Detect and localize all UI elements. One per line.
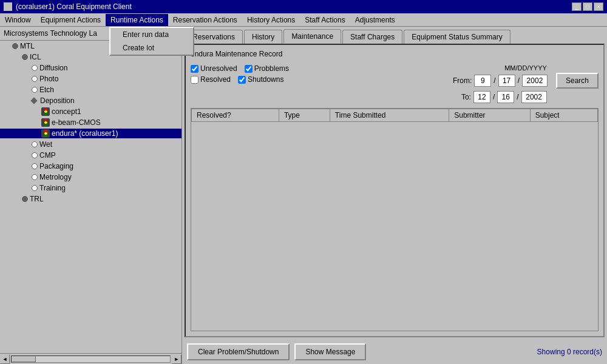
tree-metrology[interactable]: Metrology xyxy=(0,172,181,183)
tree-deposition[interactable]: Deposition xyxy=(0,95,181,106)
col-resolved: Resolved? xyxy=(192,109,279,122)
col-subject: Subject xyxy=(530,109,597,122)
clear-problem-shutdown-button[interactable]: Clear Problem/Shutdown xyxy=(187,343,290,360)
tab-staff-charges[interactable]: Staff Charges xyxy=(342,30,402,44)
menu-history-actions[interactable]: History Actions xyxy=(242,14,300,26)
menu-bar: Window Equipment Actions Runtime Actions… xyxy=(0,13,607,27)
packaging-icon xyxy=(32,163,38,169)
mtl-icon xyxy=(12,43,18,49)
trl-icon xyxy=(22,196,28,202)
date-filter: MM/DD/YYYY From: / / Search To: xyxy=(453,64,599,103)
trl-label: TRL xyxy=(30,195,44,203)
tab-bar: Reservations History Maintenance Staff C… xyxy=(182,27,607,44)
checkbox-unresolved[interactable]: Unresolved xyxy=(191,64,237,73)
tree-concept1[interactable]: concept1 xyxy=(0,106,181,117)
tree-endura[interactable]: endura* (coraluser1) xyxy=(0,128,181,139)
checkbox-resolved[interactable]: Resolved xyxy=(191,75,231,84)
problems-checkbox[interactable] xyxy=(245,65,253,73)
tab-history[interactable]: History xyxy=(244,30,282,44)
checkbox-shutdowns[interactable]: Shutdowns xyxy=(238,75,283,84)
main-container: Microsystems Technology La MTL ICL xyxy=(0,27,607,364)
search-button[interactable]: Search xyxy=(556,73,599,89)
maximize-button[interactable]: □ xyxy=(583,2,592,11)
tree-photo[interactable]: Photo xyxy=(0,73,181,84)
diffusion-icon xyxy=(32,65,38,71)
col-submitter: Submitter xyxy=(449,109,530,122)
left-panel-scrollbar[interactable]: ◄ ► xyxy=(0,353,181,364)
photo-label: Photo xyxy=(39,75,58,83)
dropdown-enter-run-data[interactable]: Enter run data xyxy=(110,28,193,41)
icl-icon xyxy=(22,54,28,60)
runtime-actions-dropdown: Enter run data Create lot xyxy=(109,27,194,56)
photo-icon xyxy=(32,76,38,82)
menu-runtime-actions[interactable]: Runtime Actions xyxy=(106,14,168,26)
minimize-button[interactable]: _ xyxy=(572,2,582,11)
menu-adjustments[interactable]: Adjustments xyxy=(350,14,400,26)
endura-label: endura* (coraluser1) xyxy=(52,129,118,138)
menu-staff-actions[interactable]: Staff Actions xyxy=(300,14,350,26)
window-title: (coraluser1) Coral Equipment Client xyxy=(16,2,132,11)
from-day-input[interactable] xyxy=(498,75,515,87)
tree-training[interactable]: Training xyxy=(0,183,181,194)
content-title: endura Maintenance Record xyxy=(191,50,599,58)
scroll-right-arrow[interactable]: ► xyxy=(172,354,181,364)
menu-window[interactable]: Window xyxy=(0,14,36,26)
metrology-icon xyxy=(32,174,38,180)
menu-equipment-actions[interactable]: Equipment Actions xyxy=(36,14,106,26)
scroll-left-arrow[interactable]: ◄ xyxy=(0,354,10,364)
to-day-input[interactable] xyxy=(497,91,514,103)
tree-wet[interactable]: Wet xyxy=(0,139,181,150)
show-message-button[interactable]: Show Message xyxy=(294,343,366,360)
concept1-traffic-icon xyxy=(41,107,50,116)
unresolved-checkbox[interactable] xyxy=(191,65,198,73)
col-time-submitted: Time Submitted xyxy=(330,109,449,122)
resolved-checkbox[interactable] xyxy=(191,76,198,84)
tree-e-beam-cmos[interactable]: e-beam-CMOS xyxy=(0,117,181,128)
tree-etch[interactable]: Etch xyxy=(0,84,181,95)
window-controls[interactable]: _ □ × xyxy=(572,2,603,11)
close-button[interactable]: × xyxy=(594,2,603,11)
filter-section: Unresolved Probblems Resolved xyxy=(191,64,599,103)
etch-icon xyxy=(32,87,38,93)
tree-trl[interactable]: TRL xyxy=(0,194,181,204)
icl-label: ICL xyxy=(30,53,41,61)
etch-label: Etch xyxy=(39,86,54,94)
wet-label: Wet xyxy=(39,140,52,149)
tree-packaging[interactable]: Packaging xyxy=(0,161,181,172)
title-bar: (coraluser1) Coral Equipment Client _ □ … xyxy=(0,0,607,13)
app-icon xyxy=(4,2,12,11)
to-month-input[interactable] xyxy=(473,91,490,103)
from-year-input[interactable] xyxy=(522,75,548,87)
tree-cmp[interactable]: CMP xyxy=(0,150,181,161)
concept1-label: concept1 xyxy=(52,107,81,116)
col-type: Type xyxy=(279,109,330,122)
right-panel: Reservations History Maintenance Staff C… xyxy=(182,27,607,364)
diffusion-label: Diffusion xyxy=(39,64,67,72)
from-month-input[interactable] xyxy=(474,75,491,87)
dropdown-create-lot[interactable]: Create lot xyxy=(110,41,193,55)
status-text: Showing 0 record(s) xyxy=(537,348,602,356)
left-panel: Microsystems Technology La MTL ICL xyxy=(0,27,182,364)
training-label: Training xyxy=(39,184,66,192)
unresolved-label: Unresolved xyxy=(200,64,237,73)
checkbox-problems[interactable]: Probblems xyxy=(245,64,289,73)
date-format-label: MM/DD/YYYY xyxy=(504,64,547,72)
maintenance-table: Resolved? Type Time Submitted Submitter … xyxy=(191,108,599,331)
ebeam-traffic-icon xyxy=(41,118,50,127)
menu-reservation-actions[interactable]: Reservation Actions xyxy=(168,14,242,26)
wet-icon xyxy=(32,141,38,147)
to-label: To: xyxy=(453,93,471,101)
tree-diffusion[interactable]: Diffusion xyxy=(0,62,181,73)
tab-maintenance[interactable]: Maintenance xyxy=(283,29,341,44)
to-year-input[interactable] xyxy=(521,91,547,103)
shutdowns-label: Shutdowns xyxy=(248,75,283,84)
cmp-icon xyxy=(32,152,38,158)
deposition-icon xyxy=(30,97,37,104)
packaging-label: Packaging xyxy=(39,162,73,170)
ebeam-label: e-beam-CMOS xyxy=(52,118,101,127)
metrology-label: Metrology xyxy=(39,173,72,181)
tab-equipment-status-summary[interactable]: Equipment Status Summary xyxy=(404,30,510,44)
cmp-label: CMP xyxy=(39,151,56,160)
shutdowns-checkbox[interactable] xyxy=(238,76,246,84)
mtl-label: MTL xyxy=(20,42,35,50)
